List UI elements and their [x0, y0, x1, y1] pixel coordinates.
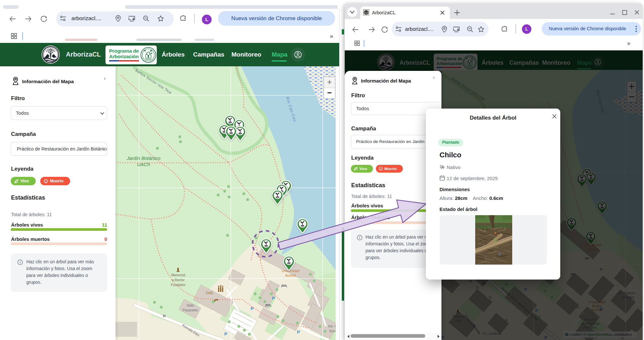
svg-text:Memorial: Memorial: [171, 273, 185, 277]
svg-text:P: P: [297, 330, 300, 334]
svg-text:P: P: [224, 332, 227, 336]
svg-text:P: P: [272, 296, 275, 301]
svg-text:Austral: Austral: [285, 273, 296, 277]
svg-text:Sala: Sala: [187, 303, 194, 307]
svg-text:Ins. Cie: Ins. Cie: [328, 324, 336, 328]
svg-text:Paraninfo: Paraninfo: [182, 308, 198, 312]
svg-text:P: P: [251, 306, 254, 311]
svg-text:Fundador: Fundador: [171, 283, 186, 287]
svg-text:Jardín Botánico: Jardín Botánico: [126, 155, 160, 161]
svg-text:DAE: DAE: [206, 291, 214, 295]
svg-text:a Rector: a Rector: [172, 278, 185, 282]
svg-text:UACh: UACh: [137, 162, 150, 167]
svg-text:H: H: [163, 314, 166, 318]
svg-text:Social: Social: [329, 329, 336, 333]
